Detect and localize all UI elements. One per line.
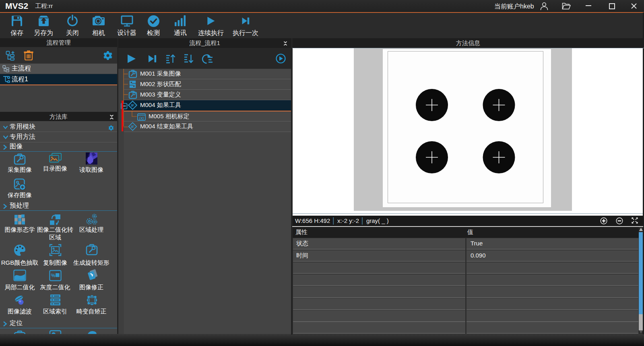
- svg-text:%: %: [51, 273, 56, 278]
